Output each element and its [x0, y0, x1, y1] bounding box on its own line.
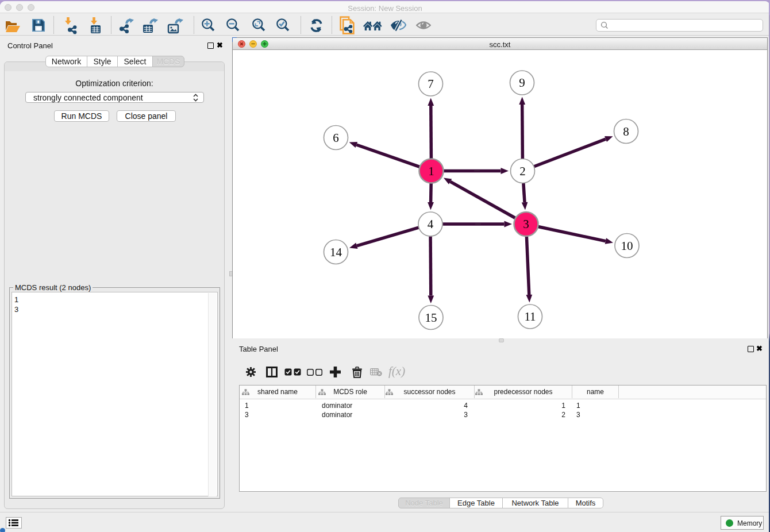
svg-text:7: 7	[428, 77, 434, 91]
svg-text:14: 14	[330, 245, 342, 259]
svg-text:9: 9	[519, 76, 525, 90]
svg-text:3: 3	[523, 217, 529, 231]
svg-text:2: 2	[519, 164, 526, 178]
svg-text:6: 6	[333, 131, 339, 145]
svg-text:15: 15	[425, 311, 437, 325]
svg-text:10: 10	[621, 239, 633, 253]
svg-text:11: 11	[524, 310, 536, 323]
svg-text:4: 4	[428, 217, 434, 231]
svg-text:1: 1	[428, 164, 434, 178]
svg-text:8: 8	[623, 125, 629, 138]
